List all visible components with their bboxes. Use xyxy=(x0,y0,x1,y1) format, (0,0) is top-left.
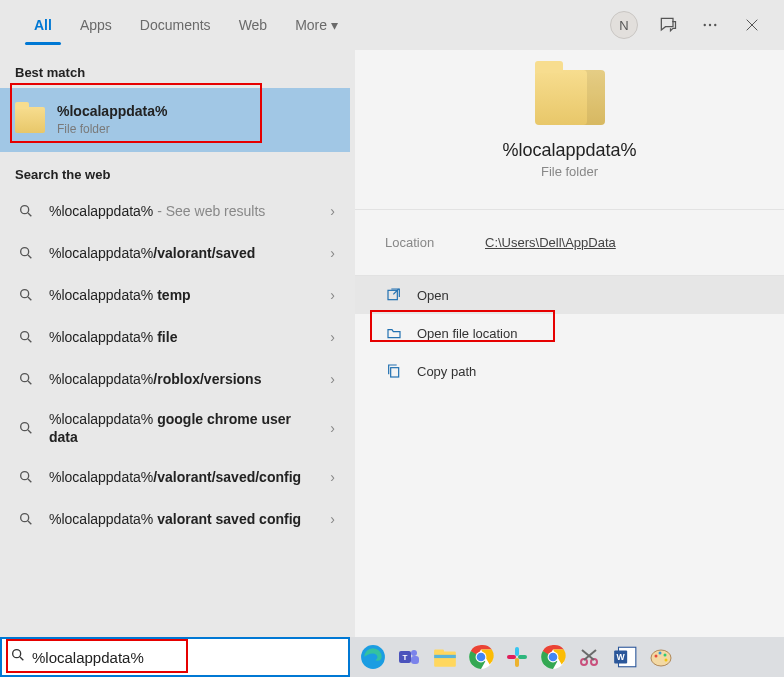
svg-point-17 xyxy=(411,650,417,656)
search-icon xyxy=(15,200,37,222)
chevron-right-icon: › xyxy=(322,420,335,436)
results-panel: Best match %localappdata% File folder Se… xyxy=(0,50,350,637)
svg-rect-27 xyxy=(515,658,519,667)
web-result-text: %localappdata% xyxy=(49,411,153,427)
web-result[interactable]: %localappdata% file › xyxy=(0,316,350,358)
action-open-location-label: Open file location xyxy=(417,326,517,341)
action-copy-path[interactable]: Copy path xyxy=(355,352,784,390)
web-result-suffix: /valorant/saved/config xyxy=(153,469,301,485)
action-open-label: Open xyxy=(417,288,449,303)
web-result[interactable]: %localappdata% google chrome user data › xyxy=(0,400,350,456)
best-match-subtitle: File folder xyxy=(57,122,335,138)
tab-more-label: More xyxy=(295,17,327,33)
svg-point-4 xyxy=(21,247,29,255)
web-result-text: %localappdata% xyxy=(49,371,153,387)
folder-large-icon xyxy=(535,70,605,125)
svg-point-38 xyxy=(655,655,658,658)
chevron-right-icon: › xyxy=(322,287,335,303)
taskbar-word-icon[interactable]: W xyxy=(608,640,642,674)
svg-rect-12 xyxy=(391,368,399,377)
svg-point-13 xyxy=(13,650,21,658)
web-result[interactable]: %localappdata% valorant saved config › xyxy=(0,498,350,540)
best-match-result[interactable]: %localappdata% File folder xyxy=(0,88,350,152)
chevron-right-icon: › xyxy=(322,469,335,485)
details-subtitle: File folder xyxy=(355,164,784,179)
svg-rect-21 xyxy=(434,655,456,658)
search-icon xyxy=(10,647,26,667)
location-link[interactable]: C:\Users\Dell\AppData xyxy=(485,235,616,250)
search-icon xyxy=(15,508,37,530)
taskbar-slack-icon[interactable] xyxy=(500,640,534,674)
svg-rect-28 xyxy=(507,655,516,659)
copy-icon xyxy=(385,362,403,380)
web-result[interactable]: %localappdata% - See web results › xyxy=(0,190,350,232)
search-icon xyxy=(15,284,37,306)
svg-point-10 xyxy=(21,514,29,522)
svg-point-5 xyxy=(21,289,29,297)
tab-all[interactable]: All xyxy=(20,0,66,50)
svg-point-31 xyxy=(549,653,558,662)
chevron-right-icon: › xyxy=(322,329,335,345)
web-result-suffix: valorant saved config xyxy=(153,511,301,527)
tab-documents[interactable]: Documents xyxy=(126,0,225,50)
svg-rect-26 xyxy=(518,655,527,659)
svg-point-41 xyxy=(665,659,668,662)
web-result[interactable]: %localappdata%/valorant/saved › xyxy=(0,232,350,274)
svg-point-39 xyxy=(659,652,662,655)
svg-point-6 xyxy=(21,331,29,339)
taskbar-chrome-icon[interactable] xyxy=(464,640,498,674)
action-open[interactable]: Open xyxy=(355,276,784,314)
svg-point-8 xyxy=(21,423,29,431)
search-icon xyxy=(15,466,37,488)
open-icon xyxy=(385,286,403,304)
web-result-suffix: temp xyxy=(153,287,190,303)
web-result-text: %localappdata% xyxy=(49,287,153,303)
svg-point-3 xyxy=(21,205,29,213)
web-result-suffix: /roblox/versions xyxy=(153,371,261,387)
web-result[interactable]: %localappdata%/roblox/versions › xyxy=(0,358,350,400)
taskbar-paint-icon[interactable] xyxy=(644,640,678,674)
search-box[interactable] xyxy=(0,637,350,677)
taskbar: T W xyxy=(350,637,784,677)
feedback-icon[interactable] xyxy=(656,13,680,37)
svg-point-2 xyxy=(714,24,716,26)
details-panel: %localappdata% File folder Location C:\U… xyxy=(355,50,784,637)
svg-rect-25 xyxy=(515,647,519,656)
top-tab-bar: All Apps Documents Web More ▾ N xyxy=(0,0,784,50)
web-result-text: %localappdata% xyxy=(49,245,153,261)
svg-point-40 xyxy=(664,654,667,657)
web-result-suffix: /valorant/saved xyxy=(153,245,255,261)
web-result-suffix: file xyxy=(153,329,177,345)
location-label: Location xyxy=(385,235,455,250)
user-avatar[interactable]: N xyxy=(610,11,638,39)
web-result[interactable]: %localappdata% temp › xyxy=(0,274,350,316)
tab-more[interactable]: More ▾ xyxy=(281,0,352,50)
action-open-location[interactable]: Open file location xyxy=(355,314,784,352)
taskbar-edge-icon[interactable] xyxy=(356,640,390,674)
web-result[interactable]: %localappdata%/valorant/saved/config › xyxy=(0,456,350,498)
chevron-right-icon: › xyxy=(322,371,335,387)
svg-point-7 xyxy=(21,373,29,381)
close-icon[interactable] xyxy=(740,13,764,37)
more-options-icon[interactable] xyxy=(698,13,722,37)
taskbar-snip-icon[interactable] xyxy=(572,640,606,674)
folder-icon xyxy=(15,107,45,133)
search-input[interactable] xyxy=(32,639,348,675)
tab-web[interactable]: Web xyxy=(225,0,282,50)
details-title: %localappdata% xyxy=(355,140,784,161)
web-result-text: %localappdata% xyxy=(49,511,153,527)
web-result-text: %localappdata% xyxy=(49,203,153,219)
svg-point-0 xyxy=(704,24,706,26)
chevron-right-icon: › xyxy=(322,203,335,219)
taskbar-chrome2-icon[interactable] xyxy=(536,640,570,674)
web-result-suffix: - See web results xyxy=(153,203,265,219)
tab-apps[interactable]: Apps xyxy=(66,0,126,50)
svg-point-9 xyxy=(21,472,29,480)
svg-rect-20 xyxy=(434,649,444,654)
folder-open-icon xyxy=(385,324,403,342)
search-icon xyxy=(15,417,37,439)
taskbar-teams-icon[interactable]: T xyxy=(392,640,426,674)
search-icon xyxy=(15,368,37,390)
taskbar-explorer-icon[interactable] xyxy=(428,640,462,674)
best-match-title: %localappdata% xyxy=(57,102,335,120)
